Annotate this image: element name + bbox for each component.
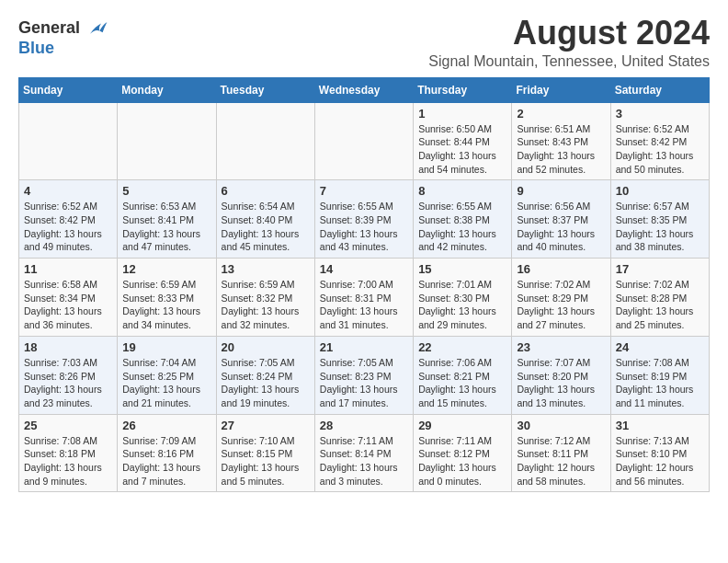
day-number: 6 bbox=[222, 184, 310, 198]
calendar-cell: 28Sunrise: 7:11 AMSunset: 8:14 PMDayligh… bbox=[314, 414, 413, 492]
calendar-body: 1Sunrise: 6:50 AMSunset: 8:44 PMDaylight… bbox=[19, 102, 710, 492]
calendar-cell: 22Sunrise: 7:06 AMSunset: 8:21 PMDayligh… bbox=[414, 336, 512, 414]
day-number: 17 bbox=[616, 262, 704, 276]
calendar-header: SundayMondayTuesdayWednesdayThursdayFrid… bbox=[19, 77, 710, 102]
day-info: Sunrise: 7:01 AMSunset: 8:30 PMDaylight:… bbox=[418, 278, 506, 332]
calendar-cell: 19Sunrise: 7:04 AMSunset: 8:25 PMDayligh… bbox=[118, 336, 216, 414]
header-day-monday: Monday bbox=[118, 77, 216, 102]
header-day-tuesday: Tuesday bbox=[216, 77, 314, 102]
day-number: 7 bbox=[320, 184, 408, 198]
day-info: Sunrise: 7:02 AMSunset: 8:28 PMDaylight:… bbox=[616, 278, 704, 332]
day-info: Sunrise: 7:03 AMSunset: 8:26 PMDaylight:… bbox=[24, 356, 112, 410]
logo-general: General bbox=[18, 18, 80, 37]
day-info: Sunrise: 6:50 AMSunset: 8:44 PMDaylight:… bbox=[418, 122, 506, 177]
month-title: August 2024 bbox=[428, 15, 710, 52]
logo: General Blue bbox=[18, 18, 108, 58]
calendar-cell: 16Sunrise: 7:02 AMSunset: 8:29 PMDayligh… bbox=[512, 259, 610, 337]
header-day-saturday: Saturday bbox=[610, 77, 709, 102]
header-day-sunday: Sunday bbox=[19, 77, 118, 102]
header-day-friday: Friday bbox=[512, 77, 610, 102]
calendar-cell bbox=[19, 102, 118, 180]
day-number: 27 bbox=[222, 419, 310, 432]
calendar-cell: 11Sunrise: 6:58 AMSunset: 8:34 PMDayligh… bbox=[19, 259, 118, 337]
day-number: 25 bbox=[24, 419, 112, 432]
calendar-cell: 5Sunrise: 6:53 AMSunset: 8:41 PMDaylight… bbox=[118, 180, 216, 259]
calendar-cell: 8Sunrise: 6:55 AMSunset: 8:38 PMDaylight… bbox=[414, 180, 512, 259]
calendar-cell: 15Sunrise: 7:01 AMSunset: 8:30 PMDayligh… bbox=[414, 259, 512, 337]
calendar-cell: 23Sunrise: 7:07 AMSunset: 8:20 PMDayligh… bbox=[512, 336, 610, 414]
day-info: Sunrise: 6:51 AMSunset: 8:43 PMDaylight:… bbox=[517, 122, 605, 177]
logo-bird-icon bbox=[86, 20, 108, 39]
day-info: Sunrise: 7:04 AMSunset: 8:25 PMDaylight:… bbox=[122, 356, 210, 410]
calendar-cell: 25Sunrise: 7:08 AMSunset: 8:18 PMDayligh… bbox=[19, 414, 118, 492]
calendar-cell: 27Sunrise: 7:10 AMSunset: 8:15 PMDayligh… bbox=[216, 414, 314, 492]
day-number: 22 bbox=[418, 340, 506, 354]
calendar-cell: 7Sunrise: 6:55 AMSunset: 8:39 PMDaylight… bbox=[314, 180, 413, 259]
day-info: Sunrise: 7:06 AMSunset: 8:21 PMDaylight:… bbox=[418, 356, 506, 410]
calendar-cell: 17Sunrise: 7:02 AMSunset: 8:28 PMDayligh… bbox=[610, 259, 709, 337]
calendar-cell: 2Sunrise: 6:51 AMSunset: 8:43 PMDaylight… bbox=[512, 102, 610, 180]
calendar-cell bbox=[314, 102, 413, 180]
day-number: 24 bbox=[616, 340, 704, 354]
header-day-wednesday: Wednesday bbox=[314, 77, 413, 102]
day-info: Sunrise: 6:53 AMSunset: 8:41 PMDaylight:… bbox=[122, 200, 210, 254]
calendar-cell: 4Sunrise: 6:52 AMSunset: 8:42 PMDaylight… bbox=[19, 180, 118, 259]
day-number: 26 bbox=[122, 419, 210, 432]
header-row: SundayMondayTuesdayWednesdayThursdayFrid… bbox=[19, 77, 710, 102]
day-info: Sunrise: 6:52 AMSunset: 8:42 PMDaylight:… bbox=[616, 122, 704, 177]
day-number: 19 bbox=[122, 340, 210, 354]
day-info: Sunrise: 7:11 AMSunset: 8:12 PMDaylight:… bbox=[418, 434, 506, 488]
day-info: Sunrise: 7:00 AMSunset: 8:31 PMDaylight:… bbox=[320, 278, 408, 332]
day-info: Sunrise: 7:12 AMSunset: 8:11 PMDaylight:… bbox=[517, 434, 605, 488]
day-info: Sunrise: 6:58 AMSunset: 8:34 PMDaylight:… bbox=[24, 278, 112, 332]
calendar-cell: 6Sunrise: 6:54 AMSunset: 8:40 PMDaylight… bbox=[216, 180, 314, 259]
calendar-cell: 20Sunrise: 7:05 AMSunset: 8:24 PMDayligh… bbox=[216, 336, 314, 414]
calendar-cell: 12Sunrise: 6:59 AMSunset: 8:33 PMDayligh… bbox=[118, 259, 216, 337]
calendar-table: SundayMondayTuesdayWednesdayThursdayFrid… bbox=[18, 77, 710, 493]
day-info: Sunrise: 7:08 AMSunset: 8:18 PMDaylight:… bbox=[24, 434, 112, 488]
day-number: 23 bbox=[517, 340, 605, 354]
day-number: 18 bbox=[24, 340, 112, 354]
calendar-cell: 18Sunrise: 7:03 AMSunset: 8:26 PMDayligh… bbox=[19, 336, 118, 414]
day-number: 14 bbox=[320, 262, 408, 276]
day-number: 11 bbox=[24, 262, 112, 276]
day-number: 2 bbox=[517, 107, 605, 121]
day-info: Sunrise: 6:52 AMSunset: 8:42 PMDaylight:… bbox=[24, 200, 112, 254]
calendar-cell: 26Sunrise: 7:09 AMSunset: 8:16 PMDayligh… bbox=[118, 414, 216, 492]
day-number: 16 bbox=[517, 262, 605, 276]
calendar-week-row: 18Sunrise: 7:03 AMSunset: 8:26 PMDayligh… bbox=[19, 336, 710, 414]
day-info: Sunrise: 7:05 AMSunset: 8:24 PMDaylight:… bbox=[222, 356, 310, 410]
day-number: 3 bbox=[616, 107, 704, 121]
day-number: 28 bbox=[320, 419, 408, 432]
calendar-cell: 24Sunrise: 7:08 AMSunset: 8:19 PMDayligh… bbox=[610, 336, 709, 414]
day-info: Sunrise: 6:59 AMSunset: 8:32 PMDaylight:… bbox=[222, 278, 310, 332]
day-info: Sunrise: 7:02 AMSunset: 8:29 PMDaylight:… bbox=[517, 278, 605, 332]
day-info: Sunrise: 7:11 AMSunset: 8:14 PMDaylight:… bbox=[320, 434, 408, 488]
day-number: 1 bbox=[418, 107, 506, 121]
day-info: Sunrise: 7:09 AMSunset: 8:16 PMDaylight:… bbox=[122, 434, 210, 488]
calendar-week-row: 1Sunrise: 6:50 AMSunset: 8:44 PMDaylight… bbox=[19, 102, 710, 180]
day-info: Sunrise: 7:13 AMSunset: 8:10 PMDaylight:… bbox=[616, 434, 704, 488]
day-number: 4 bbox=[24, 184, 112, 198]
day-number: 13 bbox=[222, 262, 310, 276]
location-subtitle: Signal Mountain, Tennessee, United State… bbox=[428, 53, 710, 70]
calendar-cell: 21Sunrise: 7:05 AMSunset: 8:23 PMDayligh… bbox=[314, 336, 413, 414]
day-number: 8 bbox=[418, 184, 506, 198]
calendar-cell bbox=[118, 102, 216, 180]
page-header: General Blue August 2024 Signal Mountain… bbox=[18, 15, 710, 70]
calendar-cell: 29Sunrise: 7:11 AMSunset: 8:12 PMDayligh… bbox=[414, 414, 512, 492]
day-number: 10 bbox=[616, 184, 704, 198]
day-number: 29 bbox=[418, 419, 506, 432]
calendar-week-row: 11Sunrise: 6:58 AMSunset: 8:34 PMDayligh… bbox=[19, 259, 710, 337]
day-info: Sunrise: 6:56 AMSunset: 8:37 PMDaylight:… bbox=[517, 200, 605, 254]
logo-blue: Blue bbox=[18, 39, 54, 58]
day-info: Sunrise: 6:54 AMSunset: 8:40 PMDaylight:… bbox=[222, 200, 310, 254]
day-info: Sunrise: 7:08 AMSunset: 8:19 PMDaylight:… bbox=[616, 356, 704, 410]
day-info: Sunrise: 6:57 AMSunset: 8:35 PMDaylight:… bbox=[616, 200, 704, 254]
day-info: Sunrise: 7:07 AMSunset: 8:20 PMDaylight:… bbox=[517, 356, 605, 410]
day-number: 9 bbox=[517, 184, 605, 198]
day-number: 12 bbox=[122, 262, 210, 276]
day-number: 31 bbox=[616, 419, 704, 432]
day-info: Sunrise: 7:10 AMSunset: 8:15 PMDaylight:… bbox=[222, 434, 310, 488]
day-info: Sunrise: 6:55 AMSunset: 8:38 PMDaylight:… bbox=[418, 200, 506, 254]
